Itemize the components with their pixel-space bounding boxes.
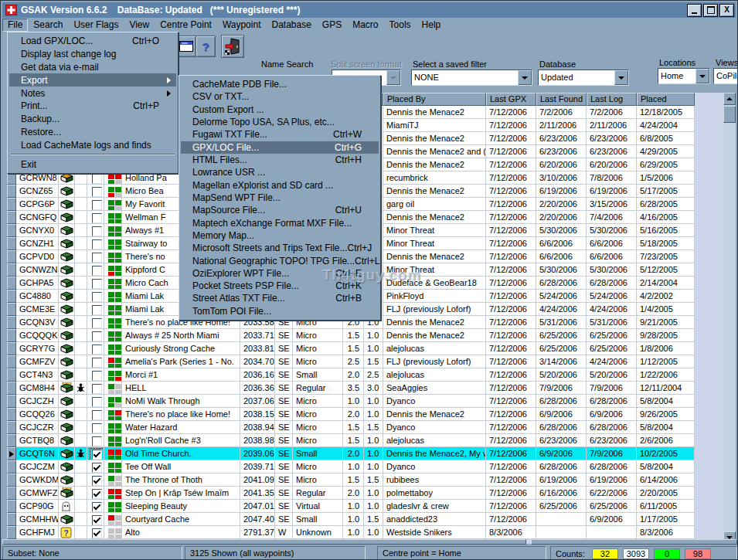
menu-item-fugawi-txt-file[interactable]: Fugawi TXT File...Ctrl+W <box>181 128 379 141</box>
menu-item-print[interactable]: Print...Ctrl+P <box>9 100 176 113</box>
userflag-checkbox[interactable] <box>90 396 104 408</box>
table-row-gct4n3[interactable]: GCT4N3Morci #12036.16SESmall2.02.5alejol… <box>7 368 695 382</box>
menu-item-cachemate-pdb-file[interactable]: CacheMate PDB File... <box>181 78 379 90</box>
table-row-gcqt6n[interactable]: GCQT6NOld Time Church.2039.06SESmall2.01… <box>7 447 695 460</box>
splitter-left[interactable] <box>2 539 526 545</box>
userflag-checkbox[interactable] <box>90 488 104 500</box>
menubar-item-help[interactable]: Help <box>417 19 447 32</box>
menu-item-maptech-exchange-format-mxf-file[interactable]: Maptech eXchange Format MXF File... <box>181 216 379 229</box>
table-row-gcjczh[interactable]: GCJCZHNoMi Walk Through2037.06SEMicro1.0… <box>7 395 695 408</box>
menu-item-notes[interactable]: Notes <box>9 87 176 100</box>
userflag-checkbox[interactable] <box>90 357 104 368</box>
userflag-checkbox[interactable] <box>90 449 104 460</box>
menu-item-delorme-topo-usa-sa-plus-etc[interactable]: Delorme Topo USA, SA Plus, etc... <box>181 116 379 128</box>
column-header-last-found[interactable]: Last Found <box>536 93 587 106</box>
menu-item-restore[interactable]: Restore... <box>9 126 176 139</box>
table-row-gcmwfz[interactable]: GCMWFZStep On | Krâp Tséw Imaïm2041.35SE… <box>7 487 695 500</box>
menu-item-custom-export[interactable]: Custom Export ... <box>181 104 379 116</box>
minimize-button[interactable] <box>687 4 702 17</box>
userflag-checkbox[interactable] <box>90 331 104 342</box>
userflag-checkbox[interactable] <box>90 212 104 224</box>
locations-dropdown-button[interactable] <box>695 69 709 83</box>
menu-item-pocket-streets-psp-file[interactable]: Pocket Streets PSP File...Ctrl+K <box>181 280 379 292</box>
column-header-last-gpx[interactable]: Last GPX <box>486 93 536 106</box>
split-screen-dropdown-button[interactable] <box>386 70 400 85</box>
menubar-item-user-flags[interactable]: User Flags <box>68 19 124 32</box>
userflag-checkbox[interactable] <box>90 475 104 487</box>
userflag-checkbox[interactable] <box>90 239 104 250</box>
menu-item-memory-map[interactable]: Memory Map... <box>181 229 379 242</box>
table-row-gcjczr[interactable]: GCJCZRWater Hazard2038.94SEMicro1.51.5Dy… <box>7 421 695 434</box>
table-row-gcm8h4[interactable]: GCM8H4HELL2036.36SERegular3.53.0SeaAggie… <box>7 382 695 395</box>
menubar-item-search[interactable]: Search <box>28 19 68 32</box>
menubar-item-centre-point[interactable]: Centre Point <box>155 19 217 32</box>
userflag-checkbox[interactable] <box>90 514 104 526</box>
views-combobox[interactable]: CoPilot <box>713 68 738 84</box>
column-header-placed-by[interactable]: Placed By <box>383 93 486 106</box>
userflag-checkbox[interactable] <box>90 528 104 539</box>
column-header-placed[interactable]: Placed <box>637 93 695 106</box>
menu-item-oziexplorer-wpt-file[interactable]: OziExplorer WPT File...Ctrl+E <box>181 267 379 280</box>
menu-item-get-data-via-e-mail[interactable]: Get data via e-mail <box>9 61 176 74</box>
userflag-checkbox[interactable] <box>90 317 104 329</box>
menu-item-microsoft-streets-and-trips-text-file[interactable]: Microsoft Streets and Trips Text File...… <box>181 242 379 254</box>
menu-item-csv-or-txt[interactable]: CSV or TXT... <box>181 90 379 103</box>
close-button[interactable]: X <box>719 4 734 17</box>
userflag-checkbox[interactable] <box>90 383 104 395</box>
table-row-gcqq26[interactable]: GCQQ26There's no place like Home!2038.15… <box>7 408 695 421</box>
menu-item-export[interactable]: Export <box>9 73 176 87</box>
help-button[interactable]: ? <box>196 36 216 57</box>
table-row-gcjczm[interactable]: GCJCZMTee Off Wall2039.71SEMicro1.01.0Dy… <box>7 460 695 473</box>
scrollbar-thumb[interactable] <box>723 106 736 123</box>
menubar-item-view[interactable]: View <box>124 19 155 32</box>
menu-item-html-files[interactable]: HTML Files...Ctrl+H <box>181 154 379 166</box>
database-dropdown-button[interactable] <box>614 70 628 85</box>
userflag-checkbox[interactable] <box>90 370 104 382</box>
menubar-item-macro[interactable]: Macro <box>347 19 383 32</box>
userflag-checkbox[interactable] <box>90 501 104 513</box>
waypoint-dialog-button[interactable] <box>176 36 196 57</box>
menu-item-magellan-explorist-and-sd-card[interactable]: Magellan eXplorist and SD card ... <box>181 179 379 192</box>
exit-button[interactable] <box>221 35 244 58</box>
userflag-checkbox[interactable] <box>90 291 104 303</box>
table-row-gchfmj[interactable]: GCHFMJ?Alto2791.37WUnknown1.01.0Westside… <box>7 526 695 539</box>
table-row-gcry7g[interactable]: GCRY7GCuriously Strong Cache2033.81SEMic… <box>7 342 695 355</box>
userflag-checkbox[interactable] <box>90 462 104 473</box>
saved-filter-dropdown-button[interactable] <box>518 70 532 85</box>
column-header-last-log[interactable]: Last Log <box>587 93 637 106</box>
userflag-checkbox[interactable] <box>90 265 104 277</box>
table-row-gcp90g[interactable]: GCP90GSleeping Beauty2047.01SEVirtual1.0… <box>7 500 695 513</box>
userflag-checkbox[interactable] <box>90 199 104 211</box>
userflag-checkbox[interactable] <box>90 226 104 237</box>
userflag-checkbox[interactable] <box>90 423 104 434</box>
userflag-checkbox[interactable] <box>90 409 104 421</box>
menu-item-tomtom-poi-file[interactable]: TomTom POI File... <box>181 305 379 317</box>
menu-item-load-gpx-loc[interactable]: Load GPX/LOC...Ctrl+O <box>9 35 176 48</box>
userflag-checkbox[interactable] <box>90 278 104 290</box>
menu-item-exit[interactable]: Exit <box>9 158 176 171</box>
userflag-checkbox[interactable] <box>90 186 104 198</box>
menubar-item-database[interactable]: Database <box>266 19 316 32</box>
menubar-item-tools[interactable]: Tools <box>384 19 417 32</box>
menu-item-backup[interactable]: Backup... <box>9 113 176 126</box>
menubar-item-gps[interactable]: GPS <box>317 19 347 32</box>
table-row-gcmhhw[interactable]: GCMHHWCourtyard Cache2047.40SESmall1.01.… <box>7 513 695 526</box>
menu-item-mapsource-file[interactable]: MapSource File...Ctrl+U <box>181 204 379 216</box>
menu-item-street-atlas-txt-file[interactable]: Street Atlas TXT File...Ctrl+B <box>181 292 379 304</box>
menu-item-gpx-loc-file[interactable]: GPX/LOC File...Ctrl+G <box>181 141 379 154</box>
table-row-gcwkdm[interactable]: GCWKDMThe Throne of Thoth2041.09SEMicro1… <box>7 473 695 487</box>
menu-item-display-last-change-log[interactable]: Display last change log <box>9 48 176 61</box>
table-row-gctbq8[interactable]: GCTBQ8Log'n'Roll Cache #32038.98SEMicro1… <box>7 434 695 447</box>
menubar-item-waypoint[interactable]: Waypoint <box>217 19 267 32</box>
splitter-right[interactable] <box>531 539 737 545</box>
menu-item-lowrance-usr[interactable]: Lowrance USR ... <box>181 166 379 178</box>
vertical-scrollbar[interactable] <box>723 93 736 544</box>
menubar-item-file[interactable]: File <box>2 19 28 32</box>
database-combobox[interactable]: Updated <box>538 70 629 86</box>
scroll-up-button[interactable] <box>723 93 736 105</box>
userflag-checkbox[interactable] <box>90 173 104 185</box>
table-row-gcmfzv[interactable]: GCMFZVAmelia's Park (Series 1 - No.2034.… <box>7 355 695 368</box>
userflag-checkbox[interactable] <box>90 252 104 263</box>
saved-filter-combobox[interactable]: NONE <box>411 70 532 86</box>
menu-item-national-geographic-topo-tpg-file[interactable]: National Geographic TOPO! TPG File...Ctr… <box>181 254 379 266</box>
